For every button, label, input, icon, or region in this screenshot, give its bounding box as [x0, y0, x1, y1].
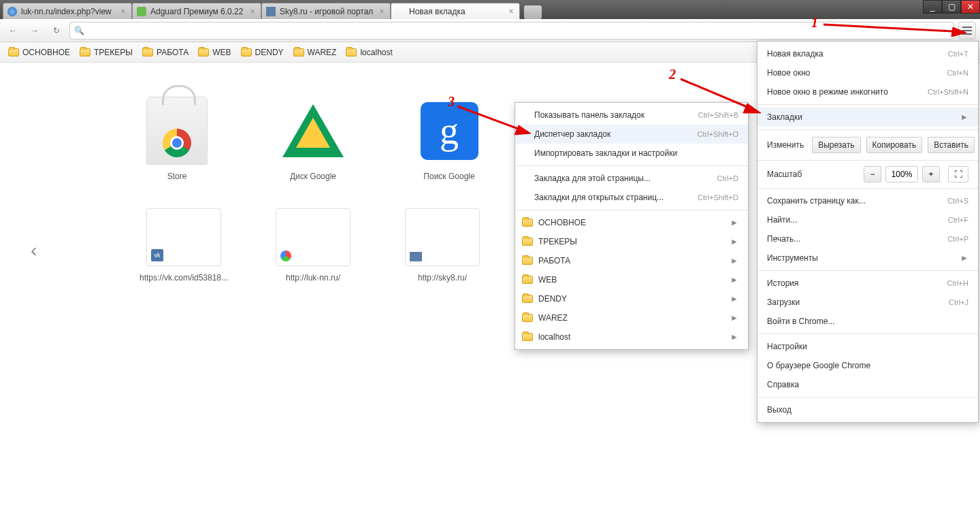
folder-icon — [522, 333, 533, 341]
folder-icon — [522, 295, 533, 303]
reload-button[interactable]: ↻ — [48, 22, 65, 39]
submenu-import[interactable]: Импортировать закладки и настройки — [515, 144, 748, 163]
menu-incognito[interactable]: Новое окно в режиме инкогнитоCtrl+Shift+… — [757, 82, 978, 101]
bookmark-folder[interactable]: РАБОТА — [142, 48, 189, 57]
fullscreen-button[interactable]: ⛶ — [948, 166, 968, 182]
paste-button[interactable]: Вставить — [928, 137, 975, 153]
menu-new-window[interactable]: Новое окноCtrl+N — [757, 63, 978, 82]
menu-settings[interactable]: Настройки — [757, 337, 978, 356]
close-icon[interactable]: × — [119, 7, 127, 16]
submenu-folder[interactable]: РАБОТА► — [515, 251, 748, 270]
menu-exit[interactable]: Выход — [757, 400, 978, 419]
menu-about[interactable]: О браузере Google Chrome — [757, 356, 978, 375]
fullscreen-icon: ⛶ — [954, 170, 962, 179]
site-icon — [410, 252, 422, 261]
bookmark-folder[interactable]: ОСНОВНОЕ — [8, 48, 70, 57]
submenu-folder[interactable]: ОСНОВНОЕ► — [515, 213, 748, 232]
bookmark-folder[interactable]: localhost — [346, 48, 392, 57]
submenu-folder[interactable]: localhost► — [515, 327, 748, 346]
menu-tools[interactable]: Инструменты► — [757, 248, 978, 268]
chevron-right-icon: ► — [730, 332, 738, 342]
zoom-in-button[interactable]: + — [922, 166, 940, 182]
drive-icon — [282, 97, 344, 165]
sky8-icon — [266, 7, 276, 16]
app-tile-drive[interactable]: Диск Google — [272, 97, 354, 181]
folder-icon — [346, 48, 357, 57]
window-minimize-button[interactable]: _ — [923, 0, 942, 14]
app-tile-google[interactable]: g Поиск Google — [408, 97, 490, 181]
chevron-right-icon: ► — [730, 218, 738, 227]
close-icon[interactable]: × — [248, 7, 257, 16]
window-maximize-button[interactable]: ▢ — [942, 0, 961, 14]
forward-button[interactable]: → — [26, 22, 44, 39]
menu-separator — [757, 334, 978, 334]
tab-title: luk-nn.ru/index.php?view — [21, 7, 115, 16]
menu-signin[interactable]: Войти в Chrome... — [757, 312, 978, 331]
bookmark-folder[interactable]: WAREZ — [293, 48, 337, 57]
folder-icon — [522, 219, 533, 227]
submenu-folder[interactable]: DENDY► — [515, 289, 748, 308]
main-menu: Новая вкладкаCtrl+T Новое окноCtrl+N Нов… — [757, 41, 979, 423]
app-tile-store[interactable]: Store — [136, 97, 218, 181]
folder-icon — [80, 48, 91, 57]
tab-1[interactable]: Adguard Премиум 6.0.22 × — [132, 3, 261, 19]
close-icon[interactable]: × — [378, 7, 386, 16]
chevron-right-icon: ► — [730, 237, 738, 246]
vk-icon: vk — [151, 249, 163, 261]
menu-history[interactable]: ИсторияCtrl+H — [757, 274, 978, 293]
tab-title: Adguard Премиум 6.0.22 — [150, 7, 244, 16]
menu-separator — [757, 397, 978, 398]
thumbnail — [405, 208, 480, 266]
main-menu-button[interactable] — [958, 22, 976, 39]
chevron-right-icon: ► — [960, 112, 968, 122]
bookmark-folder[interactable]: ТРЕКЕРЫ — [80, 48, 133, 57]
copy-button[interactable]: Копировать — [866, 137, 923, 153]
store-icon — [146, 97, 208, 165]
menu-separator — [515, 210, 748, 210]
submenu-show-bar[interactable]: Показывать панель закладокCtrl+Shift+B — [515, 106, 748, 125]
adguard-icon — [137, 7, 146, 16]
folder-icon — [142, 48, 153, 57]
site-icon — [280, 251, 291, 261]
tab-2[interactable]: Sky8.ru - игровой портал × — [261, 3, 391, 19]
globe-icon — [7, 7, 17, 16]
menu-save-as[interactable]: Сохранить страницу как...Ctrl+S — [757, 191, 978, 210]
google-icon: g — [421, 97, 478, 165]
mv-tile[interactable]: vk https://vk.com/id53818... — [143, 208, 225, 283]
menu-print[interactable]: Печать...Ctrl+P — [757, 229, 978, 248]
menu-downloads[interactable]: ЗагрузкиCtrl+J — [757, 293, 978, 312]
submenu-bookmark-open[interactable]: Закладки для открытых страниц...Ctrl+Shi… — [515, 188, 748, 207]
submenu-bookmark-manager[interactable]: Диспетчер закладокCtrl+Shift+O — [515, 125, 748, 144]
tab-0[interactable]: luk-nn.ru/index.php?view × — [3, 3, 132, 19]
menu-find[interactable]: Найти...Ctrl+F — [757, 210, 978, 229]
chevron-left-icon[interactable]: ‹ — [31, 240, 37, 261]
blank-icon — [395, 7, 405, 16]
menu-help[interactable]: Справка — [757, 375, 978, 394]
bookmarks-submenu: Показывать панель закладокCtrl+Shift+B Д… — [514, 102, 749, 350]
bookmark-folder[interactable]: DENDY — [241, 48, 284, 57]
submenu-folder[interactable]: WEB► — [515, 270, 748, 289]
chevron-right-icon: ► — [730, 256, 738, 265]
tab-3-active[interactable]: Новая вкладка × — [391, 3, 520, 19]
submenu-bookmark-page[interactable]: Закладка для этой страницы...Ctrl+D — [515, 169, 748, 188]
folder-icon — [198, 48, 209, 57]
address-bar[interactable]: 🔍 — [69, 22, 954, 39]
new-tab-button[interactable] — [524, 5, 542, 19]
menu-new-tab[interactable]: Новая вкладкаCtrl+T — [757, 44, 978, 63]
mv-tile[interactable]: http://luk-nn.ru/ — [272, 208, 354, 283]
bookmark-folder[interactable]: WEB — [198, 48, 231, 57]
cut-button[interactable]: Вырезать — [812, 137, 860, 153]
window-close-button[interactable]: ✕ — [961, 0, 980, 14]
submenu-folder[interactable]: ТРЕКЕРЫ► — [515, 232, 748, 251]
folder-icon — [522, 257, 533, 265]
folder-icon — [8, 48, 19, 57]
menu-bookmarks[interactable]: Закладки► — [757, 108, 978, 127]
zoom-out-button[interactable]: − — [864, 166, 881, 182]
submenu-folder[interactable]: WAREZ► — [515, 308, 748, 327]
close-icon[interactable]: × — [507, 7, 515, 16]
back-button[interactable]: ← — [4, 22, 22, 39]
menu-separator — [757, 129, 978, 130]
folder-icon — [522, 238, 533, 246]
mv-tile[interactable]: http://sky8.ru/ — [402, 208, 483, 283]
toolbar: ← → ↻ 🔍 — [0, 19, 980, 42]
